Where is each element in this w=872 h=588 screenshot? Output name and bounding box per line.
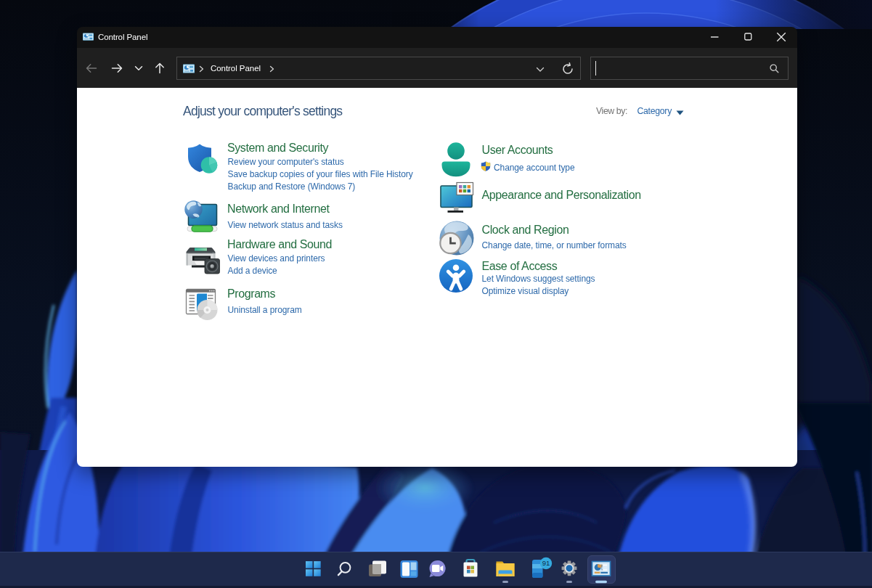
- svg-text:91: 91: [542, 559, 550, 567]
